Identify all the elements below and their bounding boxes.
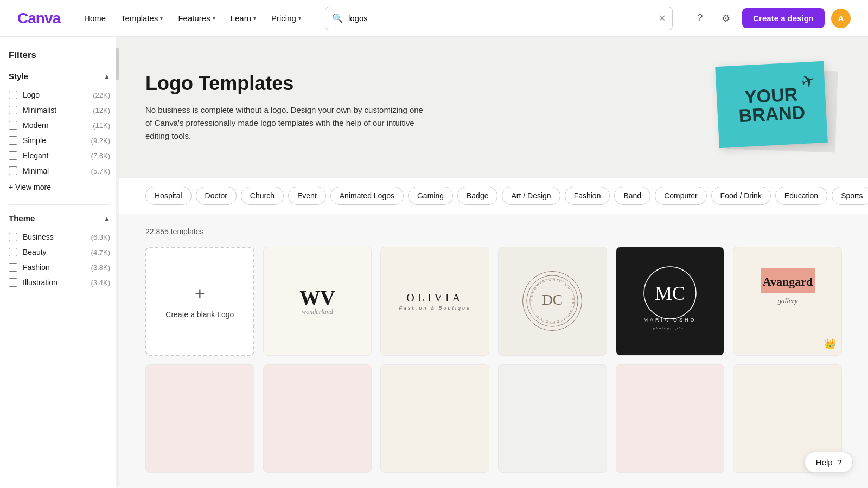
category-animated-logos[interactable]: Animated Logos [330, 187, 404, 205]
svg-text:WV: WV [299, 286, 335, 309]
filter-modern-checkbox[interactable] [9, 121, 17, 130]
nav-features[interactable]: Features ▾ [171, 9, 221, 27]
category-doctor[interactable]: Doctor [196, 187, 237, 205]
hero-banner: Logo Templates No business is complete w… [119, 37, 868, 178]
category-gaming[interactable]: Gaming [408, 187, 453, 205]
filter-business[interactable]: Business (6.3K) [9, 229, 110, 245]
search-input[interactable] [348, 14, 653, 23]
olivia-bottom-line [392, 314, 478, 314]
dc-circle: DC DECORIS CHIC CO · DECORIS CHIC CO · [522, 271, 582, 331]
template-mo[interactable]: MC MARIA OSHO photographer [616, 247, 725, 356]
filter-elegant[interactable]: Elegant (7.6K) [9, 148, 110, 163]
paper-plane-icon: ✈ [798, 70, 818, 93]
plus-icon: + [195, 284, 205, 304]
clear-search-icon[interactable]: ✕ [659, 13, 666, 23]
templates-chevron-icon: ▾ [160, 15, 163, 21]
filter-minimalist[interactable]: Minimalist (12K) [9, 102, 110, 118]
olivia-sub: Fashion & Boutique [399, 305, 471, 311]
filter-simple-checkbox[interactable] [9, 136, 17, 145]
svg-text:MC: MC [655, 282, 685, 304]
filter-simple[interactable]: Simple (9.2K) [9, 133, 110, 148]
template-olivia[interactable]: OLIVIA Fashion & Boutique [380, 247, 489, 356]
filter-illustration[interactable]: Illustration (3.4K) [9, 275, 110, 290]
learn-chevron-icon: ▾ [253, 15, 256, 21]
category-hospital[interactable]: Hospital [145, 187, 192, 205]
avatar[interactable]: A [831, 9, 851, 28]
sidebar: Filters Style ▲ Logo (22K) Minimalist (1… [0, 37, 119, 303]
category-badge[interactable]: Badge [457, 187, 497, 205]
template-placeholder-1[interactable] [145, 364, 254, 473]
olivia-top-line [392, 288, 478, 288]
filter-elegant-checkbox[interactable] [9, 151, 17, 160]
main-nav: Home Templates ▾ Features ▾ Learn ▾ Pric… [78, 9, 308, 27]
filter-business-checkbox[interactable] [9, 233, 17, 241]
filter-minimal[interactable]: Minimal (5.7K) [9, 163, 110, 178]
filter-logo[interactable]: Logo (22K) [9, 87, 110, 102]
template-wv[interactable]: WV wonderland [263, 247, 372, 356]
main-content: Logo Templates No business is complete w… [119, 37, 868, 488]
template-placeholder-5[interactable] [616, 364, 725, 473]
svg-text:photographer: photographer [653, 326, 687, 330]
scroll-thumb[interactable] [116, 48, 119, 80]
category-art-design[interactable]: Art / Design [502, 187, 560, 205]
filter-modern[interactable]: Modern (11K) [9, 118, 110, 133]
header-actions: ? ⚙ Create a design A [690, 8, 851, 28]
create-blank-card[interactable]: + Create a blank Logo [145, 247, 254, 356]
view-more-button[interactable]: + View more [9, 178, 110, 196]
svg-text:gallery: gallery [777, 297, 797, 305]
theme-chevron-icon: ▲ [104, 215, 110, 222]
category-band[interactable]: Band [614, 187, 650, 205]
hero-image: ✈ YOUR BRAND [668, 59, 842, 156]
help-icon-btn[interactable]: ? [690, 9, 710, 28]
crown-icon: 👑 [824, 338, 836, 350]
nav-learn[interactable]: Learn ▾ [224, 9, 263, 27]
category-row: Hospital Doctor Church Event Animated Lo… [119, 178, 868, 214]
help-label: Help [816, 458, 833, 467]
category-church[interactable]: Church [241, 187, 284, 205]
category-sports[interactable]: Sports [832, 187, 868, 205]
filter-beauty-checkbox[interactable] [9, 248, 17, 256]
filter-illustration-checkbox[interactable] [9, 278, 17, 287]
filter-fashion[interactable]: Fashion (3.8K) [9, 260, 110, 275]
filters-title: Filters [9, 50, 110, 61]
template-placeholder-3[interactable] [380, 364, 489, 473]
filter-minimalist-checkbox[interactable] [9, 106, 17, 114]
filter-beauty[interactable]: Beauty (4.7K) [9, 245, 110, 260]
svg-text:wonderland: wonderland [302, 308, 333, 316]
hero-text: Logo Templates No business is complete w… [145, 72, 427, 143]
template-avangard[interactable]: Avangard gallery 👑 [733, 247, 842, 356]
svg-text:MARIA OSHO: MARIA OSHO [643, 317, 696, 323]
filter-logo-checkbox[interactable] [9, 91, 17, 99]
filter-minimal-checkbox[interactable] [9, 166, 17, 175]
templates-section: 22,855 templates + Create a blank Logo W… [119, 214, 868, 486]
hero-description: No business is complete without a logo. … [145, 104, 427, 143]
category-fashion[interactable]: Fashion [565, 187, 610, 205]
blank-label: Create a blank Logo [165, 310, 234, 319]
template-dc[interactable]: DC DECORIS CHIC CO · DECORIS CHIC CO · [498, 247, 607, 356]
logo-text: Canva [17, 10, 60, 27]
template-placeholder-4[interactable] [498, 364, 607, 473]
settings-icon-btn[interactable]: ⚙ [716, 9, 736, 28]
category-food-drink[interactable]: Food / Drink [711, 187, 771, 205]
templates-grid: + Create a blank Logo WV wonderland [145, 247, 842, 473]
nav-pricing[interactable]: Pricing ▾ [265, 9, 308, 27]
search-bar: 🔍 ✕ [325, 7, 673, 30]
template-placeholder-2[interactable] [263, 364, 372, 473]
svg-text:DC: DC [542, 292, 563, 308]
features-chevron-icon: ▾ [213, 15, 215, 21]
category-education[interactable]: Education [775, 187, 827, 205]
filter-fashion-checkbox[interactable] [9, 263, 17, 272]
help-button[interactable]: Help ? [805, 452, 853, 473]
canva-logo[interactable]: Canva [17, 10, 60, 27]
sidebar-scrollbar[interactable] [116, 37, 119, 488]
theme-section-header[interactable]: Theme ▲ [9, 214, 110, 223]
create-design-button[interactable]: Create a design [742, 8, 825, 28]
search-icon: 🔍 [332, 13, 343, 23]
category-computer[interactable]: Computer [655, 187, 706, 205]
nav-home[interactable]: Home [78, 9, 112, 27]
category-event[interactable]: Event [288, 187, 326, 205]
nav-templates[interactable]: Templates ▾ [114, 9, 169, 27]
sidebar-wrapper: Filters Style ▲ Logo (22K) Minimalist (1… [0, 37, 119, 488]
svg-text:Avangard: Avangard [762, 275, 813, 288]
style-section-header[interactable]: Style ▲ [9, 72, 110, 81]
